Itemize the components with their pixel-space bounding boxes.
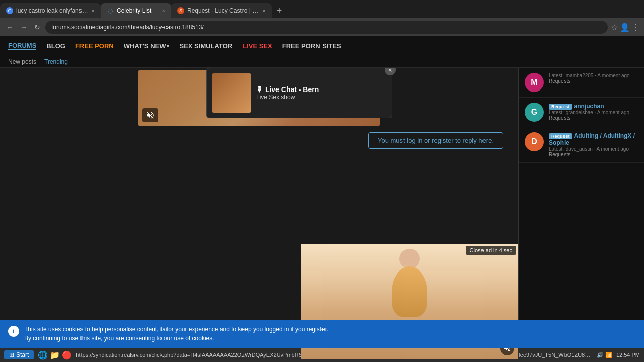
taskbar-icons: 🌐 📁 🔴 — [38, 350, 72, 360]
content-area: You must log in or register to reply her… — [0, 68, 518, 359]
avatar-2: G — [525, 103, 544, 122]
nav-free-porn[interactable]: FREE PORN — [75, 42, 114, 50]
tab-favicon-1: G — [6, 7, 13, 14]
sidebar-category-1: Requests — [549, 78, 630, 84]
address-bar: ← → ↻ ☆ 👤 ⋮ — [0, 18, 644, 36]
sidebar: M Latest: mamba2205 · A moment ago Reque… — [518, 68, 644, 359]
site-nav: FORUMS BLOG FREE PORN WHAT'S NEW ▾ SEX S… — [0, 36, 644, 56]
tab-1[interactable]: G lucy castro leak onlyfans - Google S..… — [0, 3, 101, 18]
live-chat-title: 🎙 Live Chat - Bern — [256, 85, 387, 94]
avatar-3: D — [525, 132, 544, 151]
mute-icon[interactable] — [142, 108, 158, 122]
status-time: 12:54 PM — [616, 352, 640, 358]
status-right: 🔊 📶 12:54 PM — [597, 352, 640, 358]
new-tab-button[interactable]: + — [272, 3, 287, 18]
nav-sex-simulator[interactable]: SEX SIMULATOR — [179, 42, 232, 50]
menu-icon[interactable]: ⋮ — [632, 23, 640, 32]
live-chat-close[interactable]: × — [385, 68, 396, 75]
refresh-button[interactable]: ↻ — [32, 21, 42, 33]
sidebar-text-1: Latest: mamba2205 · A moment ago Request… — [549, 73, 630, 84]
tab-3[interactable]: S Request - Lucy Castro | Social Medi...… — [171, 3, 272, 18]
info-icon: i — [8, 326, 19, 337]
whats-new-arrow: ▾ — [167, 44, 169, 49]
back-button[interactable]: ← — [4, 21, 15, 33]
tab-bar: G lucy castro leak onlyfans - Google S..… — [0, 0, 644, 18]
star-icon[interactable]: ☆ — [611, 23, 618, 32]
tab-close-1[interactable]: × — [92, 8, 95, 14]
sidebar-title-2[interactable]: annjuchan — [574, 103, 604, 110]
tab-2[interactable]: ◌ Celebrity List × — [101, 3, 171, 18]
login-required-wrapper: You must log in or register to reply her… — [0, 132, 503, 149]
start-label: Start — [16, 351, 29, 358]
live-chat-thumbnail — [212, 73, 251, 113]
status-icons: 🔊 📶 — [597, 352, 612, 358]
live-chat-popup: 🎙 Live Chat - Bern Live Sex show × — [206, 68, 392, 118]
sidebar-item-2: G Requestannjuchan Latest: grandeisbae ·… — [519, 98, 644, 127]
windows-icon: ⊞ — [9, 351, 14, 358]
live-chat-text: 🎙 Live Chat - Bern Live Sex show — [256, 85, 387, 101]
sidebar-text-2: Requestannjuchan Latest: grandeisbae · A… — [549, 103, 629, 121]
nav-whats-new[interactable]: WHAT'S NEW ▾ — [124, 42, 170, 50]
sidebar-meta-3: Latest: dave_austin · A moment ago — [549, 146, 638, 152]
sidebar-item-3: D RequestAdulting / AdultingX / Sophie L… — [519, 127, 644, 163]
live-chat-subtitle: Live Sex show — [256, 94, 387, 101]
sidebar-text-3: RequestAdulting / AdultingX / Sophie Lat… — [549, 132, 638, 157]
tab-label-2: Celebrity List — [117, 7, 159, 14]
taskbar-icon-3[interactable]: 🔴 — [62, 350, 72, 360]
mute-svg — [146, 111, 155, 120]
tab-label-3: Request - Lucy Castro | Social Medi... — [187, 7, 260, 14]
sidebar-item-1: M Latest: mamba2205 · A moment ago Reque… — [519, 68, 644, 98]
sidebar-title-row-3: RequestAdulting / AdultingX / Sophie — [549, 132, 638, 146]
sidebar-meta-2: Latest: grandeisbae · A moment ago — [549, 110, 629, 115]
trending-link[interactable]: Trending — [44, 58, 68, 65]
cookie-bar: i This site uses cookies to help persona… — [0, 320, 644, 348]
new-posts-link[interactable]: New posts — [8, 58, 36, 65]
tab-favicon-2: ◌ — [107, 7, 114, 14]
nav-free-porn-sites[interactable]: FREE PORN SITES — [282, 42, 341, 50]
taskbar-icon-1[interactable]: 🌐 — [38, 350, 48, 360]
cookie-text: This site uses cookies to help personali… — [24, 325, 636, 343]
nav-live-sex[interactable]: LIVE SEX — [243, 42, 272, 50]
request-badge-2: Request — [549, 104, 572, 110]
sub-bar: New posts Trending — [0, 56, 644, 68]
login-required-button[interactable]: You must log in or register to reply her… — [368, 132, 503, 149]
sidebar-category-3: Requests — [549, 152, 638, 157]
close-ad-button[interactable]: Close ad in 4 sec — [466, 246, 516, 255]
address-icons: ☆ 👤 ⋮ — [611, 23, 640, 32]
forward-button[interactable]: → — [18, 21, 29, 33]
tab-label-1: lucy castro leak onlyfans - Google S... — [16, 7, 89, 14]
nav-blog[interactable]: BLOG — [46, 42, 65, 50]
tab-close-2[interactable]: × — [162, 8, 165, 14]
start-button[interactable]: ⊞ Start — [4, 350, 34, 359]
browser-chrome: G lucy castro leak onlyfans - Google S..… — [0, 0, 644, 36]
tab-favicon-3: S — [177, 7, 184, 14]
sidebar-category-2: Requests — [549, 115, 629, 121]
request-badge-3: Request — [549, 133, 572, 139]
cookie-line-2: By continuing to use this site, you are … — [24, 334, 636, 343]
avatar-1: M — [525, 73, 544, 92]
main-area: You must log in or register to reply her… — [0, 68, 644, 359]
tab-close-3[interactable]: × — [263, 8, 266, 14]
sidebar-title-row-2: Requestannjuchan — [549, 103, 629, 110]
taskbar-icon-2[interactable]: 📁 — [50, 350, 60, 360]
account-icon[interactable]: 👤 — [620, 23, 630, 32]
url-bar[interactable] — [45, 21, 608, 34]
sidebar-meta-1: Latest: mamba2205 · A moment ago — [549, 73, 630, 78]
cookie-line-1: This site uses cookies to help personali… — [24, 325, 636, 334]
nav-forums[interactable]: FORUMS — [8, 42, 36, 50]
